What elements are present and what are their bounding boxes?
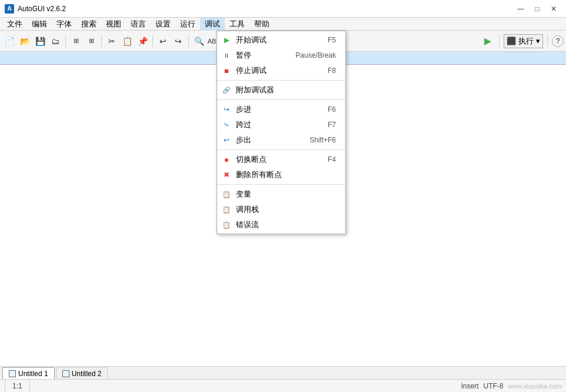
stop-debug-label: 停止调试 bbox=[236, 65, 267, 76]
variables-icon: 📋 bbox=[222, 190, 231, 199]
toolbar-sep-2 bbox=[101, 35, 102, 47]
menu-language[interactable]: 语言 bbox=[126, 18, 151, 31]
step-over-label: 跨过 bbox=[236, 119, 251, 130]
maximize-button[interactable]: □ bbox=[530, 4, 545, 14]
stop-debug-shortcut: F8 bbox=[310, 67, 336, 75]
menu-search[interactable]: 搜索 bbox=[76, 18, 101, 31]
exec-icon: ⬛ bbox=[507, 36, 516, 45]
toggle-bp-label: 切换断点 bbox=[236, 154, 267, 165]
status-bar: 1:1 Insert UTF-8 www.xiazaiba.com bbox=[0, 379, 566, 392]
errorstream-icon: 📋 bbox=[222, 220, 231, 230]
menu-run[interactable]: 运行 bbox=[175, 18, 200, 31]
debug-start[interactable]: ▶ 开始调试 F5 bbox=[217, 32, 345, 48]
menu-settings[interactable]: 设置 bbox=[151, 18, 175, 31]
toolbar-redo[interactable]: ↪ bbox=[171, 34, 185, 48]
toolbar-cut[interactable]: ✂ bbox=[105, 34, 119, 48]
close-button[interactable]: ✕ bbox=[546, 4, 561, 14]
toolbar-copy[interactable]: 📋 bbox=[120, 34, 134, 48]
exec-button[interactable]: ⬛ 执行 ▾ bbox=[504, 34, 543, 48]
start-debug-label: 开始调试 bbox=[236, 35, 267, 45]
menu-view[interactable]: 视图 bbox=[101, 18, 126, 31]
menu-edit[interactable]: 编辑 bbox=[27, 18, 52, 31]
debug-errorstream[interactable]: 📋 错误流 bbox=[217, 217, 345, 232]
bottom-tab-bar: Untitled 1 Untitled 2 bbox=[0, 366, 566, 379]
debug-step-over[interactable]: ⤷ 跨过 F7 bbox=[217, 117, 345, 132]
toolbar-save-all[interactable]: 🗂 bbox=[48, 34, 62, 48]
debug-callstack[interactable]: 📋 调用栈 bbox=[217, 202, 345, 217]
toolbar-sep-4 bbox=[188, 35, 189, 47]
toolbar-new[interactable]: 📄 bbox=[2, 34, 16, 48]
pause-shortcut: Pause/Break bbox=[278, 51, 336, 59]
menu-debug[interactable]: 调试 bbox=[200, 18, 225, 31]
toolbar-save[interactable]: 💾 bbox=[33, 34, 47, 48]
title-bar: A AutoGUI v2.6.2 — □ ✕ bbox=[0, 0, 566, 18]
minimize-button[interactable]: — bbox=[513, 4, 528, 14]
start-debug-shortcut: F5 bbox=[310, 36, 336, 44]
toolbar-btn-5[interactable]: ⊞ bbox=[69, 34, 83, 48]
toolbar-sep-5 bbox=[499, 35, 500, 47]
title-bar-left: A AutoGUI v2.6.2 bbox=[5, 4, 66, 14]
menu-bar: 文件 编辑 字体 搜索 视图 语言 设置 运行 调试 工具 帮助 bbox=[0, 18, 566, 31]
debug-attach[interactable]: 🔗 附加调试器 bbox=[217, 82, 345, 98]
toolbar-paste[interactable]: 📌 bbox=[135, 34, 149, 48]
attach-icon: 🔗 bbox=[222, 85, 231, 95]
pause-label: 暂停 bbox=[236, 50, 251, 61]
tab1-icon bbox=[9, 370, 16, 377]
menu-sep-4 bbox=[217, 184, 345, 185]
menu-sep-3 bbox=[217, 150, 345, 150]
window-controls: — □ ✕ bbox=[513, 4, 561, 14]
step-over-shortcut: F7 bbox=[310, 121, 336, 129]
tab1-label: Untitled 1 bbox=[18, 370, 48, 378]
step-into-shortcut: F6 bbox=[310, 105, 336, 114]
exec-label: 执行 bbox=[518, 36, 534, 46]
step-out-shortcut: Shift+F6 bbox=[292, 136, 336, 144]
callstack-icon: 📋 bbox=[222, 205, 231, 214]
status-mode: Insert bbox=[461, 382, 479, 390]
toolbar-open[interactable]: 📂 bbox=[18, 34, 32, 48]
app-title: AutoGUI v2.6.2 bbox=[18, 5, 66, 13]
debug-step-into[interactable]: ↪ 步进 F6 bbox=[217, 102, 345, 117]
status-right: Insert UTF-8 www.xiazaiba.com bbox=[461, 382, 562, 390]
tab2-label: Untitled 2 bbox=[72, 370, 102, 378]
step-out-icon: ↩ bbox=[222, 135, 231, 145]
step-into-label: 步进 bbox=[236, 104, 251, 115]
help-button[interactable]: ? bbox=[552, 35, 564, 47]
step-over-icon: ⤷ bbox=[222, 120, 231, 129]
step-out-label: 步出 bbox=[236, 135, 251, 145]
delete-bp-label: 删除所有断点 bbox=[236, 170, 282, 180]
toolbar-sep-1 bbox=[65, 35, 66, 47]
tab-untitled1[interactable]: Untitled 1 bbox=[2, 367, 55, 379]
toggle-bp-shortcut: F4 bbox=[310, 155, 336, 164]
menu-file[interactable]: 文件 bbox=[2, 18, 27, 31]
menu-font[interactable]: 字体 bbox=[52, 18, 76, 31]
toolbar-right: ▶ ⬛ 执行 ▾ ? bbox=[481, 34, 564, 48]
tab2-icon bbox=[62, 370, 69, 377]
debug-dropdown-menu: ▶ 开始调试 F5 ⏸ 暂停 Pause/Break ⏹ 停止调试 F8 🔗 附… bbox=[217, 31, 346, 234]
exec-dropdown-icon: ▾ bbox=[536, 36, 540, 45]
toolbar-undo[interactable]: ↩ bbox=[156, 34, 170, 48]
stop-debug-icon: ⏹ bbox=[222, 66, 231, 75]
debug-toggle-bp[interactable]: ● 切换断点 F4 bbox=[217, 152, 345, 167]
step-into-icon: ↪ bbox=[222, 105, 231, 114]
menu-sep-1 bbox=[217, 80, 345, 81]
debug-step-out[interactable]: ↩ 步出 Shift+F6 bbox=[217, 132, 345, 148]
debug-stop[interactable]: ⏹ 停止调试 F8 bbox=[217, 63, 345, 78]
debug-pause[interactable]: ⏸ 暂停 Pause/Break bbox=[217, 48, 345, 63]
debug-delete-bp[interactable]: ✖ 删除所有断点 bbox=[217, 167, 345, 182]
tab-untitled2[interactable]: Untitled 2 bbox=[56, 367, 108, 379]
variables-label: 变量 bbox=[236, 189, 251, 200]
toolbar-run[interactable]: ▶ bbox=[481, 34, 495, 48]
toolbar-find[interactable]: 🔍 bbox=[192, 34, 206, 48]
debug-variables[interactable]: 📋 变量 bbox=[217, 187, 345, 202]
toolbar-sep-3 bbox=[152, 35, 153, 47]
watermark: www.xiazaiba.com bbox=[508, 383, 561, 390]
attach-label: 附加调试器 bbox=[236, 85, 274, 95]
toolbar-btn-6[interactable]: ⊞ bbox=[84, 34, 98, 48]
menu-sep-2 bbox=[217, 99, 345, 100]
toggle-bp-icon: ● bbox=[222, 155, 231, 164]
start-debug-icon: ▶ bbox=[222, 35, 231, 45]
toolbar-sep-6 bbox=[547, 35, 548, 47]
callstack-label: 调用栈 bbox=[236, 204, 259, 215]
menu-help[interactable]: 帮助 bbox=[249, 18, 274, 31]
menu-tools[interactable]: 工具 bbox=[225, 18, 249, 31]
